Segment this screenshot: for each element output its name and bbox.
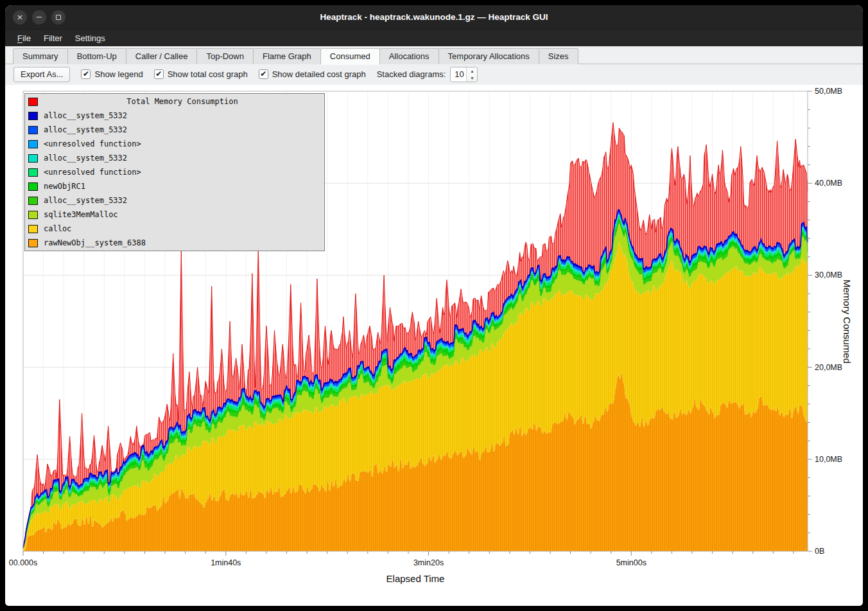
svg-text:0B: 0B	[815, 547, 824, 556]
svg-text:10,0MB: 10,0MB	[815, 455, 842, 464]
stacked-diagrams-label: Stacked diagrams:	[377, 69, 446, 79]
legend-swatch	[28, 98, 38, 106]
tab-allocations[interactable]: Allocations	[379, 48, 439, 64]
legend-swatch	[28, 182, 38, 191]
legend: Total Memory Consumptionalloc__system_53…	[24, 93, 325, 251]
legend-label: <unresolved function>	[44, 139, 141, 148]
legend-item: alloc__system_5332	[26, 123, 323, 137]
maximize-icon	[56, 15, 61, 20]
stacked-diagrams-value: 10	[451, 67, 466, 82]
app-window: × − Heaptrack - heaptrack.wakunode.1.gz …	[5, 5, 863, 606]
checkbox-label: Show legend	[94, 69, 143, 79]
svg-text:1min40s: 1min40s	[211, 558, 241, 567]
legend-label: sqlite3MemMalloc	[44, 210, 118, 219]
legend-label: rawNewObj__system_6388	[44, 238, 146, 247]
legend-item: <unresolved function>	[26, 137, 323, 151]
legend-item: alloc__system_5332	[26, 151, 323, 165]
export-as-button[interactable]: Export As...	[13, 67, 70, 82]
tab-summary[interactable]: Summary	[13, 48, 68, 64]
legend-label: alloc__system_5332	[44, 196, 127, 205]
legend-label: <unresolved function>	[44, 168, 141, 177]
checkbox-show-legend[interactable]: Show legend	[81, 69, 143, 79]
svg-text:30,0MB: 30,0MB	[815, 270, 842, 279]
legend-item: alloc__system_5332	[26, 109, 323, 123]
menu-item-file[interactable]: File	[12, 31, 37, 46]
legend-item: newObjRC1	[26, 179, 323, 193]
spinner-down-icon[interactable]: ▼	[467, 75, 477, 82]
legend-item: sqlite3MemMalloc	[26, 208, 323, 222]
window-controls: × −	[13, 5, 65, 29]
elapsed-time-axis-label: Elapsed Time	[23, 573, 808, 584]
checkbox-label: Show total cost graph	[168, 69, 248, 79]
checkbox-label: Show detailed cost graph	[272, 69, 366, 79]
legend-label: alloc__system_5332	[44, 154, 127, 163]
menu-item-settings[interactable]: Settings	[69, 31, 111, 46]
legend-swatch	[28, 239, 38, 247]
maximize-button[interactable]	[51, 10, 65, 24]
close-icon: ×	[17, 13, 24, 21]
legend-swatch	[28, 168, 38, 177]
tab-temporary-allocations[interactable]: Temporary Allocations	[438, 48, 539, 64]
toolbar: Export As... Show legendShow total cost …	[5, 64, 863, 84]
tab-caller-callee[interactable]: Caller / Callee	[126, 48, 198, 64]
legend-swatch	[28, 225, 38, 233]
legend-swatch	[28, 211, 38, 219]
window-title: Heaptrack - heaptrack.wakunode.1.gz — He…	[5, 5, 863, 29]
checkbox-show-detailed-cost-graph[interactable]: Show detailed cost graph	[259, 69, 366, 79]
legend-swatch	[28, 126, 38, 134]
checkmark-icon	[81, 69, 91, 79]
legend-label: alloc__system_5332	[44, 111, 127, 120]
minimize-button[interactable]: −	[32, 10, 46, 24]
memory-consumed-axis-label: Memory Consumed	[842, 91, 853, 551]
minimize-icon: −	[36, 13, 43, 21]
svg-text:3min20s: 3min20s	[413, 558, 444, 567]
titlebar: × − Heaptrack - heaptrack.wakunode.1.gz …	[5, 5, 863, 29]
legend-swatch	[28, 154, 38, 163]
checkbox-show-total-cost-graph[interactable]: Show total cost graph	[154, 69, 248, 79]
chart-area: 00.000s1min40s3min20s5min00s0B10,0MB20,0…	[5, 85, 863, 606]
tab-bar: SummaryBottom-UpCaller / CalleeTop-DownF…	[5, 46, 863, 64]
toolbar-checkboxes: Show legendShow total cost graphShow det…	[81, 69, 365, 79]
legend-label: alloc__system_5332	[44, 125, 127, 134]
legend-title: Total Memory Consumption	[44, 97, 321, 106]
checkmark-icon	[259, 69, 268, 79]
legend-swatch	[28, 112, 38, 120]
legend-title-row: Total Memory Consumption	[26, 94, 323, 109]
legend-item: rawNewObj__system_6388	[26, 236, 323, 250]
legend-swatch	[28, 140, 38, 148]
close-button[interactable]: ×	[13, 10, 27, 24]
svg-text:5min00s: 5min00s	[616, 558, 647, 567]
menu-item-filter[interactable]: Filter	[38, 31, 68, 46]
svg-text:50,0MB: 50,0MB	[815, 87, 842, 96]
menubar: FileFilterSettings	[5, 29, 863, 46]
tab-top-down[interactable]: Top-Down	[196, 48, 254, 64]
tab-consumed[interactable]: Consumed	[320, 48, 380, 64]
tab-bottom-up[interactable]: Bottom-Up	[67, 48, 126, 64]
stacked-diagrams-spinner[interactable]: 10 ▲ ▼	[450, 67, 478, 82]
legend-item: calloc	[26, 222, 323, 236]
legend-swatch	[28, 197, 38, 205]
legend-item: alloc__system_5332	[26, 193, 323, 208]
legend-label: newObjRC1	[44, 182, 85, 191]
svg-text:20,0MB: 20,0MB	[815, 363, 842, 372]
legend-item: <unresolved function>	[26, 165, 323, 179]
legend-label: calloc	[44, 224, 71, 233]
checkmark-icon	[154, 69, 164, 79]
spinner-up-icon[interactable]: ▲	[467, 67, 477, 75]
svg-text:40,0MB: 40,0MB	[815, 179, 842, 188]
stacked-diagrams-group: Stacked diagrams: 10 ▲ ▼	[377, 67, 478, 82]
tab-flame-graph[interactable]: Flame Graph	[253, 48, 321, 64]
spinner-arrows: ▲ ▼	[466, 67, 477, 82]
tab-sizes[interactable]: Sizes	[539, 48, 578, 64]
svg-text:00.000s: 00.000s	[9, 558, 37, 567]
